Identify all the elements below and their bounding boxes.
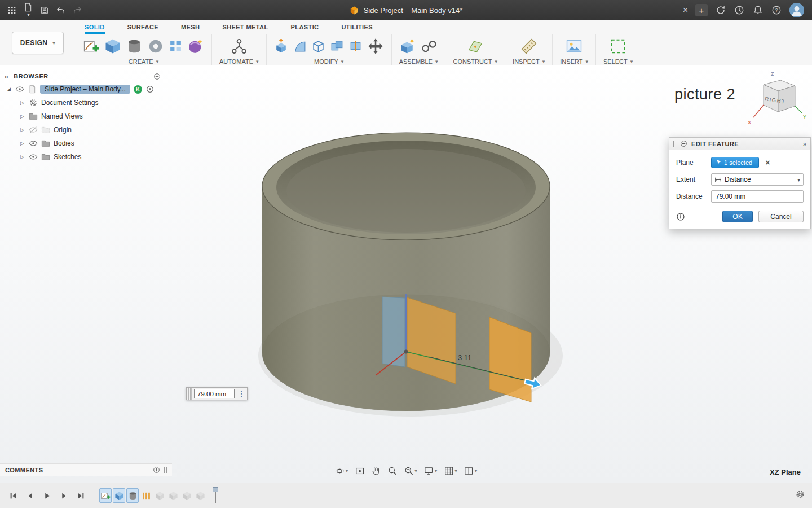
visibility-eye-icon[interactable] — [15, 85, 24, 94]
workspace-switcher[interactable]: DESIGN ▾ — [12, 32, 64, 54]
cancel-button[interactable]: Cancel — [758, 211, 804, 222]
step-back-button[interactable] — [24, 489, 36, 502]
comments-panel[interactable]: COMMENTS — [0, 463, 172, 476]
panel-drag-handle[interactable] — [165, 73, 167, 80]
viewport[interactable]: « BROWSER ◢ Side Project – Main Body... … — [0, 65, 812, 483]
construction-plane-icon[interactable] — [467, 38, 484, 55]
origin-plane-yz[interactable] — [382, 297, 405, 367]
pan-button[interactable] — [369, 464, 383, 478]
info-icon[interactable] — [676, 212, 685, 221]
timeline-settings-gear-icon[interactable] — [795, 489, 805, 502]
timeline-feature-pattern[interactable] — [140, 488, 152, 503]
timeline-feature-suppressed-3[interactable] — [180, 488, 193, 503]
zoom-window-button[interactable]: ▾ — [401, 464, 420, 478]
clear-selection-icon[interactable]: × — [765, 158, 770, 167]
expander-open-icon[interactable]: ◢ — [6, 86, 12, 92]
create-form-icon[interactable] — [187, 38, 204, 55]
browser-item-sketches[interactable]: ▷ Sketches — [0, 150, 172, 164]
combine-icon[interactable] — [330, 39, 344, 53]
canvas-text-annotation[interactable]: picture 2 — [674, 86, 735, 103]
move-copy-icon[interactable] — [367, 38, 384, 55]
expander-closed-icon[interactable]: ▷ — [19, 113, 25, 119]
split-body-icon[interactable] — [348, 39, 363, 53]
skip-to-start-button[interactable] — [7, 489, 19, 502]
document-tab[interactable]: Side Project – Main Body v14* — [350, 0, 463, 20]
root-component-label[interactable]: Side Project – Main Body... — [40, 85, 130, 94]
add-comment-icon[interactable] — [153, 466, 160, 474]
dialog-header[interactable]: EDIT FEATURE » — [669, 138, 810, 150]
panel-minimize-icon[interactable] — [153, 73, 161, 80]
fillet-icon[interactable] — [293, 39, 307, 53]
step-forward-button[interactable] — [58, 489, 70, 502]
cylinder-icon[interactable] — [126, 38, 143, 55]
tab-sheet-metal[interactable]: SHEET METAL — [222, 20, 268, 34]
timeline-feature-sketch[interactable] — [99, 488, 112, 503]
timeline-feature-suppressed-1[interactable] — [153, 488, 166, 503]
browser-item-document-settings[interactable]: ▷ Document Settings — [0, 96, 172, 110]
distance-value-input[interactable]: 79.00 mm — [194, 389, 235, 398]
tab-solid[interactable]: SOLID — [85, 20, 105, 34]
undo-icon[interactable] — [54, 3, 68, 17]
job-status-icon[interactable] — [734, 5, 745, 16]
visibility-eye-icon[interactable] — [29, 152, 38, 161]
expander-closed-icon[interactable]: ▷ — [19, 154, 25, 160]
display-settings-button[interactable]: ▾ — [422, 464, 440, 478]
save-icon[interactable] — [37, 3, 52, 17]
skip-to-end-button[interactable] — [74, 489, 87, 502]
expander-closed-icon[interactable]: ▷ — [19, 100, 25, 106]
activate-component-icon[interactable] — [145, 85, 155, 94]
viewports-button[interactable]: ▾ — [462, 464, 480, 478]
cylinder-inner-bottom[interactable] — [286, 149, 526, 233]
browser-root-row[interactable]: ◢ Side Project – Main Body... K — [0, 82, 172, 96]
dimension-drag-handle[interactable] — [187, 388, 192, 400]
automate-menu[interactable]: AUTOMATE▾ — [219, 58, 259, 65]
panel-drag-handle[interactable] — [164, 467, 167, 473]
inspect-menu[interactable]: INSPECT▾ — [513, 58, 545, 65]
new-component-icon[interactable] — [399, 38, 416, 55]
zoom-button[interactable] — [385, 464, 399, 478]
avatar[interactable] — [789, 3, 804, 17]
timeline-feature-revolve[interactable] — [126, 488, 139, 503]
orbit-button[interactable]: ▾ — [333, 464, 351, 478]
notifications-icon[interactable] — [752, 5, 764, 16]
tab-surface[interactable]: SURFACE — [127, 20, 158, 34]
visibility-eye-icon[interactable] — [29, 139, 38, 148]
play-button[interactable] — [41, 489, 53, 502]
tab-mesh[interactable]: MESH — [181, 20, 200, 34]
kebab-menu-icon[interactable]: ⋮ — [237, 389, 246, 398]
select-tool-icon[interactable] — [610, 38, 626, 55]
press-pull-icon[interactable] — [274, 39, 288, 53]
joint-icon[interactable] — [421, 38, 438, 55]
plane-selection-chip[interactable]: 1 selected — [711, 157, 759, 168]
file-menu-icon[interactable]: ▾ — [21, 3, 36, 17]
redo-icon[interactable] — [70, 3, 85, 17]
collapse-panel-icon[interactable]: « — [5, 72, 8, 81]
assemble-menu[interactable]: ASSEMBLE▾ — [399, 58, 438, 65]
close-tab-icon[interactable]: × — [683, 6, 688, 15]
modify-menu[interactable]: MODIFY▾ — [314, 58, 343, 65]
automate-icon[interactable] — [231, 38, 248, 55]
torus-icon[interactable] — [147, 38, 164, 55]
visibility-off-eye-icon[interactable] — [29, 125, 38, 134]
timeline-feature-suppressed-2[interactable] — [167, 488, 179, 503]
help-icon[interactable]: ? — [771, 5, 782, 16]
select-menu[interactable]: SELECT▾ — [603, 58, 633, 65]
apps-grid-icon[interactable] — [5, 3, 19, 17]
tab-plastic[interactable]: PLASTIC — [291, 20, 319, 34]
browser-item-origin[interactable]: ▷ Origin — [0, 123, 172, 137]
timeline-position-marker[interactable] — [212, 487, 219, 504]
pattern-icon[interactable] — [169, 39, 183, 53]
ok-button[interactable]: OK — [722, 211, 753, 222]
dialog-expand-icon[interactable]: » — [803, 141, 806, 147]
browser-item-bodies[interactable]: ▷ Bodies — [0, 137, 172, 150]
expander-closed-icon[interactable]: ▷ — [19, 127, 25, 133]
create-menu[interactable]: CREATE▾ — [129, 58, 158, 65]
box-icon[interactable] — [104, 38, 121, 55]
browser-item-named-views[interactable]: ▷ Named Views — [0, 110, 172, 123]
shell-icon[interactable] — [311, 39, 325, 53]
construct-menu[interactable]: CONSTRUCT▾ — [453, 58, 497, 65]
insert-canvas-icon[interactable] — [566, 38, 582, 55]
timeline-feature-extrude[interactable] — [113, 488, 125, 503]
insert-menu[interactable]: INSERT▾ — [560, 58, 588, 65]
viewcube[interactable]: RIGHT Z X Y — [740, 70, 810, 131]
